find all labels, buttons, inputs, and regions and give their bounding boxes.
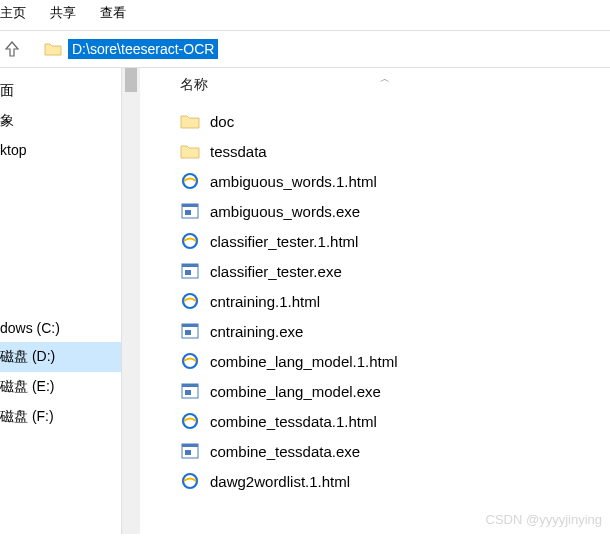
file-row[interactable]: classifier_tester.exe	[180, 256, 610, 286]
tab-home[interactable]: 主页	[0, 4, 26, 22]
svg-rect-18	[182, 444, 198, 447]
ie-icon	[180, 291, 200, 311]
up-button[interactable]	[0, 37, 24, 61]
file-row[interactable]: tessdata	[180, 136, 610, 166]
ie-icon	[180, 471, 200, 491]
up-arrow-icon	[2, 39, 22, 59]
file-row[interactable]: combine_tessdata.1.html	[180, 406, 610, 436]
file-row[interactable]: ambiguous_words.1.html	[180, 166, 610, 196]
file-name: tessdata	[210, 143, 267, 160]
file-name: dawg2wordlist.1.html	[210, 473, 350, 490]
svg-rect-3	[185, 210, 191, 215]
file-list-pane: 名称 ︿ doctessdataambiguous_words.1.htmlam…	[140, 68, 610, 534]
navigation-pane: 面象ktop dows (C:)磁盘 (D:)磁盘 (E:)磁盘 (F:)	[0, 68, 122, 534]
ie-icon	[180, 351, 200, 371]
ie-icon	[180, 411, 200, 431]
nav-item[interactable]: ktop	[0, 136, 121, 164]
file-name: combine_tessdata.1.html	[210, 413, 377, 430]
file-name: cntraining.exe	[210, 323, 303, 340]
folder-icon	[44, 40, 62, 58]
sort-indicator-icon: ︿	[380, 72, 390, 86]
file-row[interactable]: classifier_tester.1.html	[180, 226, 610, 256]
svg-rect-7	[185, 270, 191, 275]
svg-rect-10	[182, 324, 198, 327]
file-row[interactable]: dawg2wordlist.1.html	[180, 466, 610, 496]
file-row[interactable]: cntraining.exe	[180, 316, 610, 346]
nav-drive[interactable]: 磁盘 (E:)	[0, 372, 121, 402]
address-path: D:\sore\teeseract-OCR	[68, 39, 218, 59]
file-row[interactable]: ambiguous_words.exe	[180, 196, 610, 226]
svg-rect-15	[185, 390, 191, 395]
folder-icon	[180, 141, 200, 161]
file-name: combine_lang_model.1.html	[210, 353, 398, 370]
svg-rect-19	[185, 450, 191, 455]
svg-rect-11	[185, 330, 191, 335]
file-row[interactable]: combine_lang_model.exe	[180, 376, 610, 406]
exe-icon	[180, 381, 200, 401]
exe-icon	[180, 201, 200, 221]
tab-view[interactable]: 查看	[100, 4, 126, 22]
exe-icon	[180, 321, 200, 341]
exe-icon	[180, 441, 200, 461]
svg-rect-6	[182, 264, 198, 267]
file-name: classifier_tester.exe	[210, 263, 342, 280]
main-content: 面象ktop dows (C:)磁盘 (D:)磁盘 (E:)磁盘 (F:) 名称…	[0, 68, 610, 534]
scroll-thumb[interactable]	[125, 68, 137, 92]
folder-icon	[180, 111, 200, 131]
file-name: ambiguous_words.1.html	[210, 173, 377, 190]
ribbon-tabs: 主页 共享 查看	[0, 0, 610, 31]
ie-icon	[180, 171, 200, 191]
column-headers: 名称 ︿	[180, 76, 610, 102]
address-bar: D:\sore\teeseract-OCR	[0, 31, 610, 68]
nav-item[interactable]: 面	[0, 76, 121, 106]
file-row[interactable]: doc	[180, 106, 610, 136]
nav-drive[interactable]: 磁盘 (D:)	[0, 342, 121, 372]
nav-drive[interactable]: 磁盘 (F:)	[0, 402, 121, 432]
nav-drive[interactable]: dows (C:)	[0, 314, 121, 342]
svg-rect-2	[182, 204, 198, 207]
ie-icon	[180, 231, 200, 251]
file-row[interactable]: cntraining.1.html	[180, 286, 610, 316]
address-input[interactable]: D:\sore\teeseract-OCR	[34, 39, 218, 59]
svg-rect-14	[182, 384, 198, 387]
file-name: classifier_tester.1.html	[210, 233, 358, 250]
file-name: doc	[210, 113, 234, 130]
file-row[interactable]: combine_lang_model.1.html	[180, 346, 610, 376]
file-row[interactable]: combine_tessdata.exe	[180, 436, 610, 466]
file-name: ambiguous_words.exe	[210, 203, 360, 220]
tab-share[interactable]: 共享	[50, 4, 76, 22]
file-list: doctessdataambiguous_words.1.htmlambiguo…	[180, 102, 610, 496]
nav-scrollbar[interactable]	[122, 68, 140, 534]
file-name: combine_lang_model.exe	[210, 383, 381, 400]
file-name: cntraining.1.html	[210, 293, 320, 310]
nav-item[interactable]: 象	[0, 106, 121, 136]
column-name[interactable]: 名称	[180, 76, 408, 94]
exe-icon	[180, 261, 200, 281]
file-name: combine_tessdata.exe	[210, 443, 360, 460]
